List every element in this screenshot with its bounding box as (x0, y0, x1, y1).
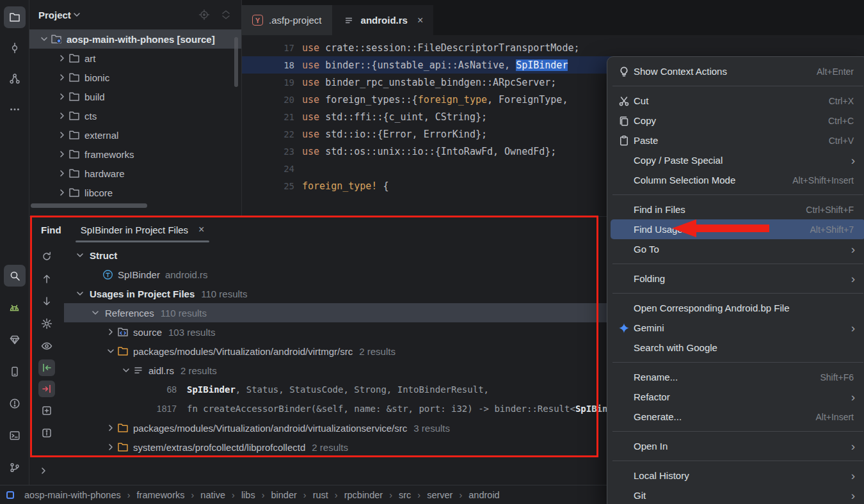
menu-item-rename[interactable]: Rename...Shift+F6 (611, 367, 864, 387)
menu-item-search-with-google[interactable]: Search with Google (611, 338, 864, 358)
menu-item-gemini[interactable]: Gemini› (611, 318, 864, 338)
menu-item-open-in[interactable]: Open In› (611, 436, 864, 456)
preview-icon[interactable] (38, 337, 56, 355)
more-tool-windows-icon[interactable] (4, 98, 26, 120)
breadcrumb-aosp-main-with-phones[interactable]: aosp-main-with-phones (24, 490, 121, 500)
close-find-tab-icon[interactable]: × (198, 224, 204, 235)
logcat-icon[interactable] (4, 297, 26, 319)
terminal-icon[interactable] (4, 425, 26, 446)
navigate-down-icon[interactable] (38, 292, 56, 310)
menu-item-generate[interactable]: Generate...Alt+Insert (611, 407, 864, 427)
breadcrumb-src[interactable]: src (399, 490, 411, 500)
project-folder-libcore[interactable]: libcore (29, 183, 241, 202)
project-folder-frameworks[interactable]: frameworks (29, 145, 241, 164)
chevron-right-icon[interactable] (38, 466, 49, 478)
find-icon[interactable] (4, 265, 26, 287)
chevron-right-icon[interactable] (105, 442, 116, 452)
chevron-right-icon[interactable] (56, 149, 68, 159)
chevron-right-icon[interactable] (56, 130, 68, 140)
commit-icon[interactable] (4, 37, 26, 59)
menu-item-folding[interactable]: Folding› (611, 269, 864, 288)
open-in-new-tab-icon[interactable] (38, 402, 56, 420)
chevron-right-icon[interactable] (56, 187, 68, 198)
menu-separator (612, 86, 863, 86)
chevron-down-icon[interactable] (74, 288, 86, 299)
breadcrumb-separator: › (127, 490, 131, 500)
vertical-scrollbar[interactable] (234, 37, 238, 87)
submenu-arrow-icon: › (851, 469, 858, 482)
project-folder-bionic[interactable]: bionic (29, 68, 241, 87)
menu-item-local-history[interactable]: Local History› (611, 466, 864, 485)
project-folder-cts[interactable]: cts (29, 106, 241, 125)
device-manager-icon[interactable] (4, 361, 26, 382)
chevron-down-icon[interactable] (105, 346, 116, 356)
breadcrumb-binder[interactable]: binder (271, 490, 297, 500)
menu-item-show-context-actions[interactable]: Show Context ActionsAlt+Enter (611, 61, 864, 81)
breadcrumb-libs[interactable]: libs (241, 490, 255, 500)
indent-spacer (136, 384, 147, 395)
folder-icon (68, 168, 81, 179)
chevron-down-icon[interactable] (71, 10, 83, 20)
jump-to-source-icon[interactable] (38, 359, 55, 376)
chevron-right-icon[interactable] (105, 327, 116, 337)
project-folder-external[interactable]: external (29, 125, 241, 145)
menu-item-find-usages[interactable]: Find UsagesAlt+Shift+7 (611, 219, 864, 239)
breadcrumb-separator: › (262, 490, 265, 500)
help-icon[interactable] (38, 424, 56, 442)
select-opened-file-icon[interactable] (198, 9, 211, 20)
settings-icon[interactable] (38, 315, 56, 333)
navigate-up-icon[interactable] (38, 270, 56, 288)
breadcrumb-rust[interactable]: rust (313, 490, 328, 500)
chevron-right-icon[interactable] (56, 91, 68, 102)
chevron-down-icon[interactable] (120, 365, 132, 375)
breadcrumb-android[interactable]: android (468, 490, 499, 500)
folder-icon (116, 422, 129, 434)
chevron-right-icon[interactable] (56, 168, 68, 178)
refresh-icon[interactable] (38, 248, 56, 265)
chevron-down-icon[interactable] (38, 34, 50, 44)
menu-item-copy[interactable]: CopyCtrl+C (611, 111, 864, 130)
menu-item-refactor[interactable]: Refactor› (611, 387, 864, 407)
version-control-icon[interactable] (4, 457, 26, 478)
app-insights-icon[interactable] (4, 329, 26, 350)
horizontal-scrollbar[interactable] (31, 203, 147, 208)
chevron-right-icon[interactable] (56, 53, 68, 63)
autoscroll-to-source-icon[interactable] (38, 381, 55, 397)
tab-android-rs[interactable]: android.rs × (332, 5, 434, 35)
structure-icon[interactable] (4, 68, 26, 90)
collapse-all-icon[interactable] (220, 9, 232, 20)
chevron-right-icon[interactable] (56, 111, 68, 121)
chevron-down-icon[interactable] (74, 250, 86, 260)
menu-item-open-corresponding-android-bp-file[interactable]: Open Corresponding Android.bp File (611, 298, 864, 318)
menu-item-paste[interactable]: PasteCtrl+V (611, 130, 864, 150)
chevron-right-icon[interactable] (105, 423, 116, 433)
breadcrumb-frameworks[interactable]: frameworks (137, 490, 185, 500)
lightbulb-icon (616, 66, 632, 77)
project-root-item[interactable]: aosp-main-with-phones [source] (29, 29, 241, 49)
project-folder-build[interactable]: build (29, 87, 241, 106)
project-folder-art[interactable]: art (29, 49, 241, 68)
chevron-right-icon[interactable] (56, 72, 68, 83)
project-icon[interactable] (4, 6, 26, 28)
close-tab-icon[interactable]: × (417, 15, 423, 26)
breadcrumb-rpcbinder[interactable]: rpcbinder (344, 490, 383, 500)
breadcrumb-native[interactable]: native (200, 490, 225, 500)
find-results-tab[interactable]: SpIBinder in Project Files × (76, 217, 210, 242)
folder-icon (68, 52, 81, 64)
chevron-down-icon[interactable] (90, 308, 101, 318)
menu-item-column-selection-mode[interactable]: Column Selection ModeAlt+Shift+Insert (611, 170, 864, 190)
project-folder-hardware[interactable]: hardware (29, 164, 241, 183)
tab-asfp-project[interactable]: Y .asfp-project (242, 5, 332, 35)
gemini-icon (616, 322, 632, 334)
menu-item-find-in-files[interactable]: Find in FilesCtrl+Shift+F (611, 200, 864, 219)
code-line-17[interactable]: 17use crate::session::FileDescriptorTran… (242, 39, 864, 56)
menu-item-copy-paste-special[interactable]: Copy / Paste Special› (611, 150, 864, 170)
menu-item-cut[interactable]: CutCtrl+X (611, 91, 864, 111)
menu-shortcut: Alt+Enter (817, 67, 858, 77)
menu-item-git[interactable]: Git› (611, 485, 864, 504)
menu-item-go-to[interactable]: Go To› (611, 239, 864, 259)
menu-shortcut: Alt+Insert (815, 412, 858, 422)
folder-icon (68, 110, 81, 122)
problems-icon[interactable] (4, 393, 26, 414)
breadcrumb-server[interactable]: server (427, 490, 452, 500)
